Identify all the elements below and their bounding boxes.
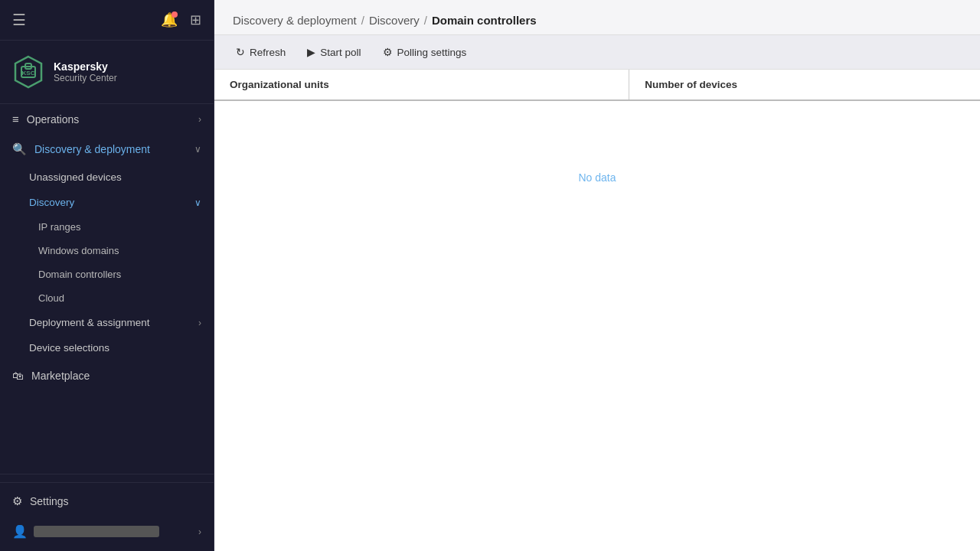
sidebar-item-device-selections[interactable]: Device selections <box>0 335 214 360</box>
deployment-chevron-right-icon: › <box>198 318 201 328</box>
discovery-chevron-down-icon: ∨ <box>194 197 201 208</box>
table-header: Organizational units Number of devices <box>214 70 980 101</box>
hamburger-button[interactable]: ☰ <box>9 8 29 32</box>
logo-area: KSC Kaspersky Security Center <box>0 41 214 104</box>
notification-wrap: 🔔 <box>158 8 181 31</box>
breadcrumb-current: Domain controllers <box>432 14 537 27</box>
breadcrumb-sep-2: / <box>424 14 427 27</box>
sidebar-item-device-selections-label: Device selections <box>29 342 109 354</box>
sidebar-item-discovery-deployment-label: Discovery & deployment <box>34 143 150 155</box>
sidebar-divider <box>0 482 214 483</box>
table-body: No data <box>214 101 980 254</box>
breadcrumb-sep-1: / <box>361 14 364 27</box>
sidebar-item-unassigned-devices[interactable]: Unassigned devices <box>0 165 214 190</box>
refresh-button[interactable]: ↻ Refresh <box>227 41 295 63</box>
start-poll-label: Start poll <box>320 47 361 58</box>
breadcrumb-discovery[interactable]: Discovery <box>369 14 420 27</box>
user-label: ●●●●●●● ●● ●●●●●●●●●●● <box>34 526 159 537</box>
notifications-button[interactable]: 🔔 <box>158 8 181 31</box>
polling-settings-button[interactable]: ⚙ Polling settings <box>374 41 476 63</box>
sidebar-item-discovery[interactable]: Discovery ∨ <box>0 190 214 215</box>
polling-settings-icon: ⚙ <box>383 46 393 58</box>
logo-title: Kaspersky <box>54 60 117 73</box>
sidebar-item-unassigned-devices-label: Unassigned devices <box>29 171 122 183</box>
settings-icon: ⚙ <box>12 494 22 508</box>
table-area: Organizational units Number of devices N… <box>214 70 980 551</box>
logo-text: Kaspersky Security Center <box>54 60 117 83</box>
sidebar-item-operations-label: Operations <box>27 113 79 126</box>
sidebar-item-operations[interactable]: ≡ Operations › <box>0 104 214 134</box>
chevron-down-icon: ∨ <box>194 144 201 155</box>
col-header-org-units: Organizational units <box>214 70 629 99</box>
sidebar-item-deployment-assignment[interactable]: Deployment & assignment › <box>0 310 214 335</box>
toolbar: ↻ Refresh ▶ Start poll ⚙ Polling setting… <box>214 35 980 70</box>
logo-subtitle: Security Center <box>54 73 117 83</box>
sidebar-item-settings-label: Settings <box>30 495 69 507</box>
refresh-icon: ↻ <box>236 46 245 58</box>
sidebar-item-marketplace[interactable]: 🛍 Marketplace <box>0 360 214 390</box>
sidebar-item-discovery-label: Discovery <box>29 197 74 208</box>
sidebar-item-settings[interactable]: ⚙ Settings <box>0 486 214 517</box>
marketplace-icon: 🛍 <box>12 369 24 382</box>
sidebar-item-windows-domains[interactable]: Windows domains <box>0 239 214 262</box>
sidebar-item-ip-ranges[interactable]: IP ranges <box>0 215 214 239</box>
operations-icon: ≡ <box>12 112 19 126</box>
notification-dot <box>172 11 178 18</box>
no-data-label: No data <box>578 171 616 184</box>
start-poll-icon: ▶ <box>307 46 315 58</box>
sidebar-item-cloud[interactable]: Cloud <box>0 286 214 310</box>
breadcrumb: Discovery & deployment / Discovery / Dom… <box>233 14 962 27</box>
main-content: Discovery & deployment / Discovery / Dom… <box>214 0 980 551</box>
chevron-right-icon: › <box>198 114 201 125</box>
sidebar-item-cloud-label: Cloud <box>38 292 64 304</box>
topbar: Discovery & deployment / Discovery / Dom… <box>214 0 980 35</box>
layout-button[interactable]: ⊞ <box>187 8 204 31</box>
col-header-num-devices: Number of devices <box>629 70 980 99</box>
user-chevron-right-icon: › <box>198 527 201 537</box>
kaspersky-logo-icon: KSC <box>11 54 46 90</box>
sidebar-item-domain-controllers-label: Domain controllers <box>38 269 121 280</box>
sidebar-item-windows-domains-label: Windows domains <box>38 245 119 256</box>
sidebar-top-bar: ☰ 🔔 ⊞ <box>0 0 214 41</box>
nav-section: ≡ Operations › 🔍 Discovery & deployment … <box>0 104 214 474</box>
sidebar: ☰ 🔔 ⊞ KSC Kaspersky Security Center ≡ O <box>0 0 214 551</box>
discovery-deployment-icon: 🔍 <box>12 142 27 156</box>
start-poll-button[interactable]: ▶ Start poll <box>298 41 370 63</box>
refresh-label: Refresh <box>250 47 286 58</box>
svg-text:KSC: KSC <box>22 70 35 77</box>
sidebar-item-user[interactable]: 👤 ●●●●●●● ●● ●●●●●●●●●●● › <box>0 517 214 546</box>
sidebar-item-ip-ranges-label: IP ranges <box>38 221 80 233</box>
sidebar-item-deployment-assignment-label: Deployment & assignment <box>29 317 150 328</box>
sidebar-item-marketplace-label: Marketplace <box>31 370 90 382</box>
polling-settings-label: Polling settings <box>397 47 467 58</box>
sidebar-bottom: ⚙ Settings 👤 ●●●●●●● ●● ●●●●●●●●●●● › <box>0 474 214 551</box>
sidebar-item-domain-controllers[interactable]: Domain controllers <box>0 262 214 286</box>
sidebar-item-discovery-deployment[interactable]: 🔍 Discovery & deployment ∨ <box>0 134 214 165</box>
user-avatar-icon: 👤 <box>12 524 28 539</box>
breadcrumb-discovery-deployment[interactable]: Discovery & deployment <box>233 14 357 27</box>
